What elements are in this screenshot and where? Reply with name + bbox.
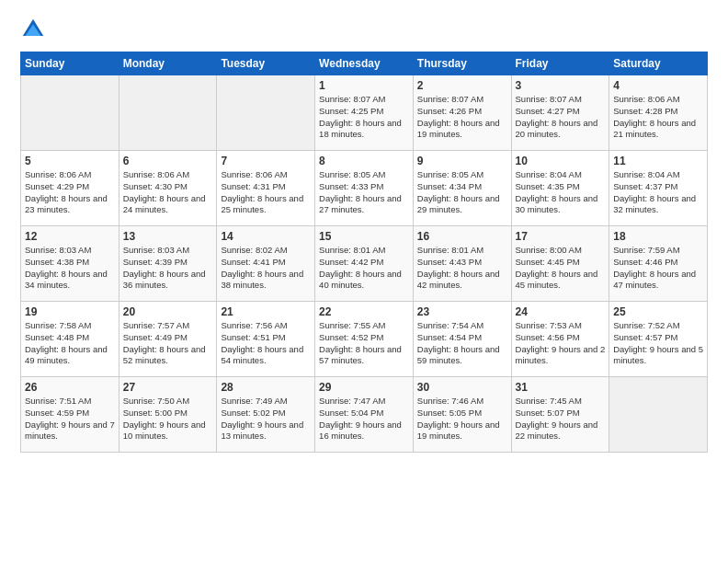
- day-cell: 22Sunrise: 7:55 AMSunset: 4:52 PMDayligh…: [315, 302, 414, 377]
- day-number: 16: [417, 230, 507, 243]
- day-info: Sunrise: 8:06 AMSunset: 4:29 PMDaylight:…: [25, 169, 115, 216]
- day-cell: 10Sunrise: 8:04 AMSunset: 4:35 PMDayligh…: [511, 151, 609, 226]
- day-info: Sunrise: 7:58 AMSunset: 4:48 PMDaylight:…: [25, 320, 115, 367]
- day-info: Sunrise: 7:47 AMSunset: 5:04 PMDaylight:…: [319, 396, 409, 442]
- day-cell: 25Sunrise: 7:52 AMSunset: 4:57 PMDayligh…: [609, 302, 708, 377]
- day-info: Sunrise: 8:05 AMSunset: 4:34 PMDaylight:…: [417, 169, 507, 216]
- calendar: SundayMondayTuesdayWednesdayThursdayFrid…: [20, 52, 708, 453]
- day-number: 6: [123, 155, 213, 167]
- day-number: 31: [516, 381, 606, 394]
- week-row-2: 5Sunrise: 8:06 AMSunset: 4:29 PMDaylight…: [21, 151, 708, 226]
- day-number: 5: [25, 155, 115, 167]
- day-info: Sunrise: 7:57 AMSunset: 4:49 PMDaylight:…: [123, 320, 213, 367]
- day-info: Sunrise: 7:45 AMSunset: 5:07 PMDaylight:…: [516, 396, 606, 442]
- day-info: Sunrise: 8:06 AMSunset: 4:28 PMDaylight:…: [613, 94, 703, 141]
- day-number: 4: [613, 79, 703, 92]
- day-number: 12: [25, 230, 115, 243]
- day-info: Sunrise: 8:05 AMSunset: 4:33 PMDaylight:…: [319, 169, 409, 216]
- day-cell: 12Sunrise: 8:03 AMSunset: 4:38 PMDayligh…: [21, 226, 119, 302]
- day-cell: 30Sunrise: 7:46 AMSunset: 5:05 PMDayligh…: [413, 377, 511, 453]
- weekday-header-thursday: Thursday: [413, 52, 511, 75]
- day-cell: 1Sunrise: 8:07 AMSunset: 4:25 PMDaylight…: [315, 75, 414, 151]
- day-info: Sunrise: 7:50 AMSunset: 5:00 PMDaylight:…: [123, 396, 213, 442]
- day-cell: 24Sunrise: 7:53 AMSunset: 4:56 PMDayligh…: [511, 302, 609, 377]
- day-info: Sunrise: 7:55 AMSunset: 4:52 PMDaylight:…: [319, 320, 409, 367]
- week-row-5: 26Sunrise: 7:51 AMSunset: 4:59 PMDayligh…: [21, 377, 708, 453]
- day-info: Sunrise: 7:51 AMSunset: 4:59 PMDaylight:…: [25, 396, 115, 442]
- day-cell: 28Sunrise: 7:49 AMSunset: 5:02 PMDayligh…: [217, 377, 315, 453]
- day-number: 1: [319, 79, 409, 92]
- weekday-header-saturday: Saturday: [609, 52, 708, 75]
- week-row-1: 1Sunrise: 8:07 AMSunset: 4:25 PMDaylight…: [21, 75, 708, 151]
- day-info: Sunrise: 7:52 AMSunset: 4:57 PMDaylight:…: [613, 320, 703, 367]
- day-number: 13: [123, 230, 213, 243]
- day-info: Sunrise: 7:46 AMSunset: 5:05 PMDaylight:…: [417, 396, 507, 442]
- day-number: 2: [417, 79, 507, 92]
- day-number: 22: [319, 305, 409, 318]
- day-info: Sunrise: 8:07 AMSunset: 4:27 PMDaylight:…: [516, 94, 606, 141]
- day-cell: 3Sunrise: 8:07 AMSunset: 4:27 PMDaylight…: [511, 75, 609, 151]
- calendar-body: 1Sunrise: 8:07 AMSunset: 4:25 PMDaylight…: [21, 75, 708, 453]
- day-cell: 6Sunrise: 8:06 AMSunset: 4:30 PMDaylight…: [119, 151, 217, 226]
- day-cell: 7Sunrise: 8:06 AMSunset: 4:31 PMDaylight…: [217, 151, 315, 226]
- day-cell: 9Sunrise: 8:05 AMSunset: 4:34 PMDaylight…: [413, 151, 511, 226]
- day-number: 23: [417, 305, 507, 318]
- day-cell: 23Sunrise: 7:54 AMSunset: 4:54 PMDayligh…: [413, 302, 511, 377]
- day-cell: 2Sunrise: 8:07 AMSunset: 4:26 PMDaylight…: [413, 75, 511, 151]
- day-cell: [21, 75, 119, 151]
- day-info: Sunrise: 8:04 AMSunset: 4:37 PMDaylight:…: [613, 169, 703, 216]
- day-cell: 15Sunrise: 8:01 AMSunset: 4:42 PMDayligh…: [315, 226, 414, 302]
- day-cell: 29Sunrise: 7:47 AMSunset: 5:04 PMDayligh…: [315, 377, 414, 453]
- day-info: Sunrise: 7:56 AMSunset: 4:51 PMDaylight:…: [221, 320, 311, 367]
- day-number: 3: [516, 79, 606, 92]
- weekday-header-monday: Monday: [119, 52, 217, 75]
- day-cell: 14Sunrise: 8:02 AMSunset: 4:41 PMDayligh…: [217, 226, 315, 302]
- day-number: 11: [613, 155, 703, 167]
- day-cell: [609, 377, 708, 453]
- day-number: 27: [123, 381, 213, 394]
- day-number: 10: [516, 155, 606, 167]
- day-cell: 26Sunrise: 7:51 AMSunset: 4:59 PMDayligh…: [21, 377, 119, 453]
- day-number: 8: [319, 155, 409, 167]
- day-cell: 16Sunrise: 8:01 AMSunset: 4:43 PMDayligh…: [413, 226, 511, 302]
- day-cell: 20Sunrise: 7:57 AMSunset: 4:49 PMDayligh…: [119, 302, 217, 377]
- day-cell: 21Sunrise: 7:56 AMSunset: 4:51 PMDayligh…: [217, 302, 315, 377]
- weekday-header-sunday: Sunday: [21, 52, 119, 75]
- day-info: Sunrise: 8:02 AMSunset: 4:41 PMDaylight:…: [221, 245, 311, 292]
- day-cell: 17Sunrise: 8:00 AMSunset: 4:45 PMDayligh…: [511, 226, 609, 302]
- day-number: 18: [613, 230, 703, 243]
- logo: [20, 17, 50, 42]
- day-info: Sunrise: 8:07 AMSunset: 4:26 PMDaylight:…: [417, 94, 507, 141]
- day-info: Sunrise: 8:01 AMSunset: 4:42 PMDaylight:…: [319, 245, 409, 292]
- day-number: 29: [319, 381, 409, 394]
- day-number: 21: [221, 305, 311, 318]
- day-cell: [119, 75, 217, 151]
- day-number: 9: [417, 155, 507, 167]
- day-cell: 4Sunrise: 8:06 AMSunset: 4:28 PMDaylight…: [609, 75, 708, 151]
- day-number: 14: [221, 230, 311, 243]
- day-info: Sunrise: 8:06 AMSunset: 4:31 PMDaylight:…: [221, 169, 311, 216]
- day-info: Sunrise: 8:07 AMSunset: 4:25 PMDaylight:…: [319, 94, 409, 141]
- day-info: Sunrise: 8:03 AMSunset: 4:39 PMDaylight:…: [123, 245, 213, 292]
- day-number: 24: [516, 305, 606, 318]
- day-info: Sunrise: 8:04 AMSunset: 4:35 PMDaylight:…: [516, 169, 606, 216]
- day-info: Sunrise: 7:54 AMSunset: 4:54 PMDaylight:…: [417, 320, 507, 367]
- day-number: 30: [417, 381, 507, 394]
- week-row-4: 19Sunrise: 7:58 AMSunset: 4:48 PMDayligh…: [21, 302, 708, 377]
- day-info: Sunrise: 8:01 AMSunset: 4:43 PMDaylight:…: [417, 245, 507, 292]
- day-cell: 5Sunrise: 8:06 AMSunset: 4:29 PMDaylight…: [21, 151, 119, 226]
- day-cell: 19Sunrise: 7:58 AMSunset: 4:48 PMDayligh…: [21, 302, 119, 377]
- day-number: 20: [123, 305, 213, 318]
- day-number: 19: [25, 305, 115, 318]
- day-info: Sunrise: 8:03 AMSunset: 4:38 PMDaylight:…: [25, 245, 115, 292]
- header: [20, 17, 708, 42]
- weekday-header: SundayMondayTuesdayWednesdayThursdayFrid…: [21, 52, 708, 75]
- day-cell: 8Sunrise: 8:05 AMSunset: 4:33 PMDaylight…: [315, 151, 414, 226]
- day-info: Sunrise: 8:00 AMSunset: 4:45 PMDaylight:…: [516, 245, 606, 292]
- weekday-header-wednesday: Wednesday: [315, 52, 414, 75]
- day-number: 26: [25, 381, 115, 394]
- day-number: 7: [221, 155, 311, 167]
- day-info: Sunrise: 7:53 AMSunset: 4:56 PMDaylight:…: [516, 320, 606, 367]
- day-number: 25: [613, 305, 703, 318]
- day-info: Sunrise: 7:59 AMSunset: 4:46 PMDaylight:…: [613, 245, 703, 292]
